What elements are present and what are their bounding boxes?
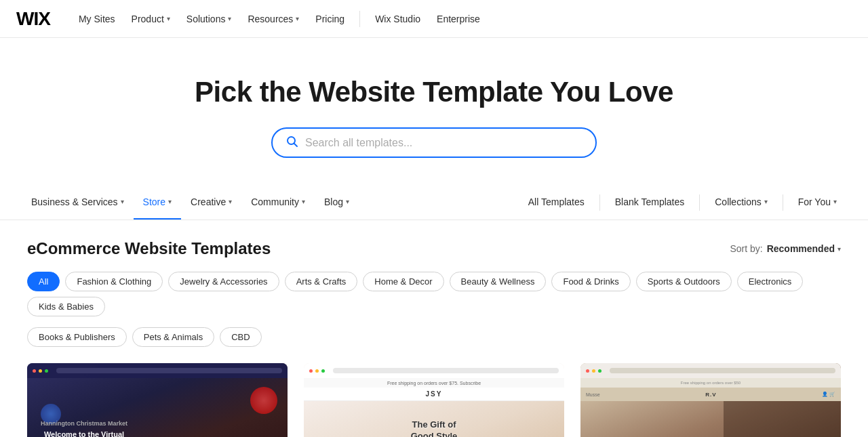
cat-community-chevron-icon: ▾ <box>302 198 305 205</box>
pricing-label: Pricing <box>315 14 344 24</box>
nav-resources[interactable]: Resources ▾ <box>241 9 306 28</box>
resources-label: Resources <box>248 14 293 24</box>
product-chevron-icon: ▾ <box>167 15 170 22</box>
cat-sep-2 <box>699 194 700 211</box>
pill-beauty-wellness[interactable]: Beauty & Wellness <box>450 272 547 291</box>
pill-food-drinks[interactable]: Food & Drinks <box>551 272 630 291</box>
logo-text: WIX <box>16 8 50 30</box>
logo[interactable]: WIX <box>16 8 50 30</box>
sort-by-chevron-icon: ▾ <box>837 245 841 253</box>
cat-for-you-label: For You <box>798 196 831 207</box>
pill-electronics[interactable]: Electronics <box>737 272 804 291</box>
main-content: eCommerce Website Templates Sort by: Rec… <box>0 220 868 437</box>
cat-creative-label: Creative <box>191 196 226 207</box>
pill-kids-babies[interactable]: Kids & Babies <box>27 297 105 316</box>
cat-community-label: Community <box>251 196 299 207</box>
cat-blog[interactable]: Blog ▾ <box>315 185 359 220</box>
template-grid: Hannington Christmas Market Welcome to t… <box>27 363 841 437</box>
nav-divider <box>359 11 360 27</box>
cat-creative-chevron-icon: ▾ <box>229 198 232 205</box>
section-header: eCommerce Website Templates Sort by: Rec… <box>27 239 841 258</box>
search-bar <box>271 127 597 158</box>
category-nav: Business & Services ▾ Store ▾ Creative ▾… <box>0 185 868 220</box>
cat-business-label: Business & Services <box>31 196 118 207</box>
filter-pills: All Fashion & Clothing Jewelry & Accesso… <box>27 272 841 316</box>
my-sites-label: My Sites <box>79 14 115 24</box>
card-edit-btn-2[interactable]: Edit <box>439 414 481 435</box>
hero-section: Pick the Website Template You Love <box>0 38 868 185</box>
cat-sep-1 <box>599 194 600 211</box>
cat-for-you-chevron-icon: ▾ <box>833 198 837 205</box>
cat-store-label: Store <box>143 196 165 207</box>
sort-by[interactable]: Sort by: Recommended ▾ <box>730 243 841 254</box>
product-label: Product <box>132 14 164 24</box>
nav-wix-studio[interactable]: Wix Studio <box>368 9 427 28</box>
sort-by-value: Recommended <box>767 243 835 254</box>
pill-fashion-clothing[interactable]: Fashion & Clothing <box>65 272 163 291</box>
pill-arts-crafts[interactable]: Arts & Crafts <box>285 272 358 291</box>
cat-community[interactable]: Community ▾ <box>241 185 315 220</box>
card-edit-btn[interactable]: Edit <box>163 414 204 435</box>
pill-all[interactable]: All <box>27 272 60 291</box>
pill-home-decor[interactable]: Home & Decor <box>363 272 443 291</box>
cat-blog-chevron-icon: ▾ <box>346 198 349 205</box>
card-view-btn-3[interactable]: View <box>664 414 708 435</box>
nav-links: My Sites Product ▾ Solutions ▾ Resources… <box>72 9 852 28</box>
card-view-btn[interactable]: View <box>111 414 155 435</box>
nav-pricing[interactable]: Pricing <box>309 9 351 28</box>
cat-collections-label: Collections <box>715 196 761 207</box>
cat-collections-chevron-icon: ▾ <box>764 198 768 205</box>
cat-blank-templates-label: Blank Templates <box>615 196 684 207</box>
nav-my-sites[interactable]: My Sites <box>72 9 122 28</box>
solutions-chevron-icon: ▾ <box>228 15 231 22</box>
solutions-label: Solutions <box>186 14 226 24</box>
pill-sports-outdoors[interactable]: Sports & Outdoors <box>636 272 732 291</box>
navbar: WIX My Sites Product ▾ Solutions ▾ Resou… <box>0 0 868 38</box>
cat-all-templates-label: All Templates <box>528 196 585 207</box>
cat-creative[interactable]: Creative ▾ <box>181 185 241 220</box>
nav-product[interactable]: Product ▾ <box>125 9 177 28</box>
section-title: eCommerce Website Templates <box>27 239 271 258</box>
svg-line-1 <box>294 144 298 147</box>
pill-books-publishers[interactable]: Books & Publishers <box>27 327 127 347</box>
sort-by-label: Sort by: <box>730 243 762 254</box>
wix-studio-label: Wix Studio <box>375 14 420 24</box>
filter-pills-row2: Books & Publishers Pets & Animals CBD <box>27 327 841 347</box>
cat-blank-templates[interactable]: Blank Templates <box>606 185 694 220</box>
hero-title: Pick the Website Template You Love <box>14 76 854 108</box>
cat-blog-label: Blog <box>324 196 343 207</box>
pill-jewelry-accessories[interactable]: Jewelry & Accessories <box>168 272 279 291</box>
cat-all-templates[interactable]: All Templates <box>519 185 594 220</box>
enterprise-label: Enterprise <box>437 14 480 24</box>
nav-solutions[interactable]: Solutions ▾ <box>180 9 239 28</box>
nav-enterprise[interactable]: Enterprise <box>430 9 487 28</box>
cat-sep-3 <box>783 194 783 211</box>
cat-business-services[interactable]: Business & Services ▾ <box>22 185 134 220</box>
pill-cbd[interactable]: CBD <box>220 327 261 347</box>
cat-business-chevron-icon: ▾ <box>121 198 124 205</box>
resources-chevron-icon: ▾ <box>296 15 299 22</box>
template-card-jsy[interactable]: Free shipping on orders over $75. Subscr… <box>304 363 564 437</box>
card-view-btn-2[interactable]: View <box>387 414 431 435</box>
pill-pets-animals[interactable]: Pets & Animals <box>132 327 214 347</box>
search-icon <box>286 136 298 150</box>
cat-store-chevron-icon: ▾ <box>168 198 172 205</box>
cat-collections[interactable]: Collections ▾ <box>705 185 776 220</box>
template-card-christmas[interactable]: Hannington Christmas Market Welcome to t… <box>27 363 288 437</box>
cat-store[interactable]: Store ▾ <box>134 185 181 220</box>
cat-for-you[interactable]: For You ▾ <box>789 185 846 220</box>
search-input[interactable] <box>305 137 582 149</box>
card-edit-btn-3[interactable]: Edit <box>716 414 757 435</box>
template-card-revert[interactable]: Free shipping on orders over $50 Musse R… <box>580 363 841 437</box>
